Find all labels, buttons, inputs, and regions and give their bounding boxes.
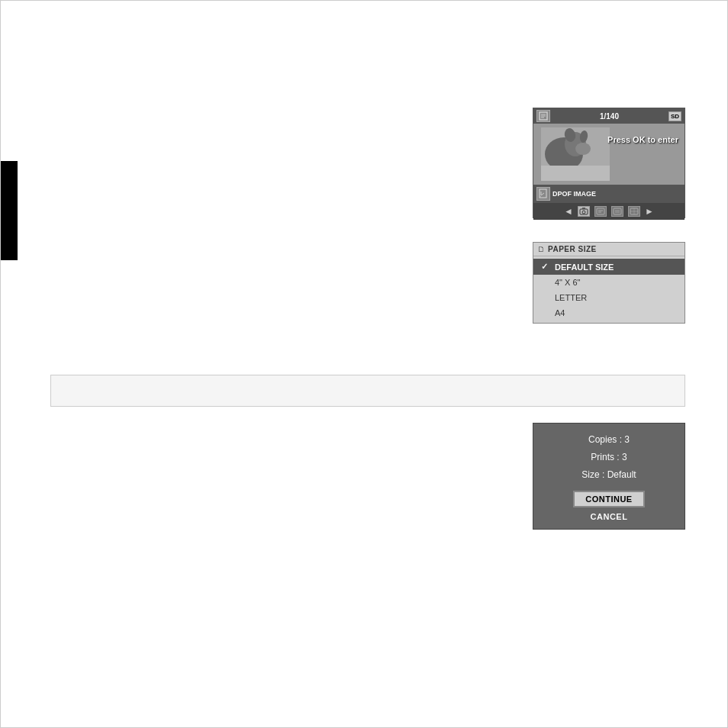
dpof-label: DPOF IMAGE <box>552 190 681 198</box>
paper-size-item-letter[interactable]: LETTER <box>533 290 685 305</box>
prints-text: Prints : 3 <box>591 450 627 465</box>
camera-counter: 1/140 <box>600 112 619 121</box>
svg-rect-20 <box>615 210 620 213</box>
right-arrow-icon[interactable]: ► <box>645 206 654 217</box>
sd-badge: SD <box>668 111 681 121</box>
camera-image-area: Press OK to enter <box>533 124 685 185</box>
copies-text: Copies : 3 <box>588 433 630 447</box>
dog-silhouette <box>541 127 610 181</box>
svg-rect-10 <box>541 166 610 181</box>
paper-size-title: PAPER SIZE <box>548 245 597 253</box>
press-ok-text: Press OK to enter <box>607 135 678 144</box>
paper-size-label-a4: A4 <box>555 308 565 317</box>
paper-size-header: 🗋 PAPER SIZE <box>533 243 685 256</box>
camera-screen: 1/140 SD Press OK to enter <box>533 108 685 218</box>
camera-icon-1 <box>578 206 590 217</box>
paper-icon: 🗋 <box>537 245 545 253</box>
checkmark-icon: ✓ <box>541 262 550 272</box>
camera-bottom-icons: ◄ <box>533 203 685 220</box>
svg-point-14 <box>582 211 585 214</box>
left-arrow-icon[interactable]: ◄ <box>564 206 573 217</box>
continue-button[interactable]: CONTINUE <box>573 491 644 507</box>
left-tab <box>1 161 18 260</box>
paper-size-label-letter: LETTER <box>555 293 587 302</box>
print-summary: Copies : 3 Prints : 3 Size : Default CON… <box>533 423 685 530</box>
info-box <box>50 375 685 407</box>
paper-size-menu: 🗋 PAPER SIZE ✓ DEFAULT SIZE 4" X 6" LETT… <box>533 242 685 324</box>
svg-rect-16 <box>597 208 604 214</box>
paper-size-item-default[interactable]: ✓ DEFAULT SIZE <box>533 259 685 275</box>
camera-screen-footer: DPOF IMAGE <box>533 185 685 203</box>
paper-size-label-default: DEFAULT SIZE <box>555 263 614 272</box>
paper-size-item-4x6[interactable]: 4" X 6" <box>533 275 685 290</box>
cancel-button[interactable]: CANCEL <box>591 512 628 521</box>
size-text: Size : Default <box>581 468 636 482</box>
camera-icon-2 <box>594 206 607 217</box>
paper-size-label-4x6: 4" X 6" <box>555 278 581 287</box>
svg-point-9 <box>575 143 591 155</box>
paper-size-items: ✓ DEFAULT SIZE 4" X 6" LETTER A4 <box>533 256 685 323</box>
paper-size-item-a4[interactable]: A4 <box>533 305 685 321</box>
page-outer: 1/140 SD Press OK to enter <box>0 0 728 728</box>
svg-rect-15 <box>582 208 585 209</box>
camera-icon-4 <box>628 206 640 217</box>
dpof-icon <box>536 187 550 201</box>
camera-icon-3 <box>611 206 623 217</box>
camera-screen-header: 1/140 SD <box>533 108 685 124</box>
camera-menu-icon <box>536 110 550 122</box>
